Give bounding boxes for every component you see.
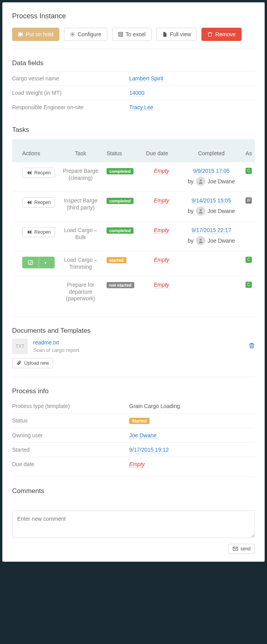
reopen-button[interactable]: Reopen	[22, 168, 55, 178]
data-field-row: Load Weight (in MT)14000	[12, 85, 255, 100]
process-info-label: Status	[12, 417, 129, 424]
delete-document-icon[interactable]	[249, 342, 255, 350]
due-date-value[interactable]: Empty	[154, 282, 169, 288]
col-task: Task	[58, 139, 103, 162]
put-on-hold-button[interactable]: Put on hold	[12, 28, 59, 41]
completed-date-link[interactable]: 9/14/2015 15:05	[192, 197, 231, 204]
completed-by: byJoe Dwane	[183, 236, 239, 245]
full-view-button[interactable]: Full view	[156, 28, 197, 41]
assignee-chip[interactable]: C	[246, 168, 252, 174]
col-completed: Completed	[180, 139, 242, 162]
task-action-split-button[interactable]: ▾	[22, 257, 55, 268]
paperclip-icon	[16, 360, 22, 366]
due-date-value[interactable]: Empty	[154, 257, 169, 263]
due-date-value[interactable]: Empty	[154, 197, 169, 204]
avatar	[196, 236, 205, 245]
data-field-label: Load Weight (in MT)	[12, 90, 129, 96]
status-badge: not started	[107, 282, 134, 288]
process-info-value: Grain Cargo Loading	[129, 403, 180, 409]
remove-label: Remove	[215, 31, 235, 37]
process-info-label: Started	[12, 447, 129, 453]
rewind-icon	[27, 170, 32, 176]
process-info-value-link[interactable]: Joe Dwane	[129, 432, 157, 439]
status-badge: Started	[129, 418, 150, 424]
remove-button[interactable]: Remove	[201, 28, 241, 41]
process-info-title: Process info	[12, 387, 255, 395]
tasks-title: Tasks	[12, 126, 255, 134]
task-name: Prepare for departure (paperwork)	[61, 282, 100, 302]
send-comment-button[interactable]: send	[228, 544, 255, 554]
status-badge: started	[107, 257, 126, 263]
assignee-chip[interactable]: W	[246, 197, 252, 204]
data-field-value-link[interactable]: 14000	[129, 90, 144, 96]
avatar	[196, 177, 205, 186]
process-info-value-link[interactable]: 9/17/2015 19:12	[129, 447, 169, 453]
comment-input[interactable]	[12, 511, 255, 538]
due-date-value[interactable]: Empty	[154, 168, 169, 174]
document-description: Scan of cargo report	[33, 347, 79, 353]
svg-point-2	[199, 179, 201, 181]
document-icon	[162, 32, 167, 37]
put-on-hold-label: Put on hold	[26, 31, 53, 37]
reopen-button[interactable]: Reopen	[22, 197, 55, 208]
status-badge: completed	[107, 227, 134, 234]
data-field-row: Cargo vessel nameLambert Spirit	[12, 71, 255, 85]
task-name: Inspect Barge (third party)	[61, 197, 100, 211]
caret-down-icon[interactable]: ▾	[39, 257, 52, 268]
reopen-button[interactable]: Reopen	[22, 227, 55, 237]
due-date-value[interactable]: Empty	[154, 227, 169, 234]
assignee-chip[interactable]: C	[246, 257, 252, 263]
forward-icon	[18, 32, 23, 37]
process-info-label: Due date	[12, 461, 129, 467]
task-name: Prepare Barge (cleaning)	[61, 168, 100, 181]
col-due: Due date	[143, 139, 180, 162]
rewind-icon	[27, 200, 32, 205]
page-title: Process Instance	[12, 12, 253, 20]
configure-label: Configure	[78, 31, 101, 37]
process-info-label: Process type (template)	[12, 403, 129, 409]
data-field-value-link[interactable]: Lambert Spirit	[129, 75, 163, 82]
process-info-row: Started9/17/2015 19:12	[12, 442, 255, 457]
col-status: Status	[103, 139, 143, 162]
completed-date-link[interactable]: 9/17/2015 22:17	[192, 227, 231, 234]
upload-new-label: Upload new	[24, 360, 49, 366]
status-badge: completed	[107, 168, 134, 174]
full-view-label: Full view	[170, 31, 191, 37]
mail-icon	[233, 546, 238, 552]
data-field-label: Responsible Engineer on-site	[12, 104, 129, 110]
process-info-row: Process type (template)Grain Cargo Loadi…	[12, 399, 255, 413]
completed-by: byJoe Dwane	[183, 206, 239, 216]
svg-point-0	[72, 34, 73, 35]
configure-button[interactable]: Configure	[64, 28, 107, 41]
svg-point-4	[199, 239, 201, 241]
table-row: ReopenPrepare Barge (cleaning)completedE…	[12, 162, 255, 192]
svg-point-3	[199, 209, 201, 211]
gear-icon	[70, 32, 75, 37]
table-row: ▾Load Cargo – TrimmingstartedEmptyC	[12, 251, 255, 276]
completed-by: byJoe Dwane	[183, 177, 239, 186]
check-square-icon	[28, 260, 33, 265]
task-name: Load Cargo – Bulk	[61, 227, 100, 241]
comments-title: Comments	[12, 487, 255, 495]
to-excel-label: To excel	[126, 31, 146, 37]
table-row: Prepare for departure (paperwork)not sta…	[12, 276, 255, 308]
process-info-empty-value[interactable]: Empty	[129, 461, 145, 468]
process-info-label: Owning user	[12, 432, 129, 438]
upload-new-button[interactable]: Upload new	[12, 358, 53, 368]
close-icon[interactable]	[253, 10, 257, 22]
process-info-row: Owning userJoe Dwane	[12, 428, 255, 442]
col-assigned: As	[242, 139, 255, 162]
to-excel-button[interactable]: To excel	[112, 28, 151, 41]
table-row: ReopenInspect Barge (third party)complet…	[12, 192, 255, 222]
data-field-row: Responsible Engineer on-siteTracy Lee	[12, 100, 255, 114]
spreadsheet-icon	[118, 32, 123, 37]
document-thumb: TXT	[12, 339, 28, 354]
task-name: Load Cargo – Trimming	[61, 257, 100, 270]
rewind-icon	[27, 229, 32, 235]
completed-date-link[interactable]: 9/9/2015 17:05	[193, 168, 230, 174]
send-label: send	[240, 546, 251, 552]
data-field-label: Cargo vessel name	[12, 75, 129, 82]
document-name-link[interactable]: readme.txt	[33, 339, 79, 346]
assignee-chip[interactable]: C	[246, 282, 252, 288]
data-field-value-link[interactable]: Tracy Lee	[129, 104, 153, 111]
